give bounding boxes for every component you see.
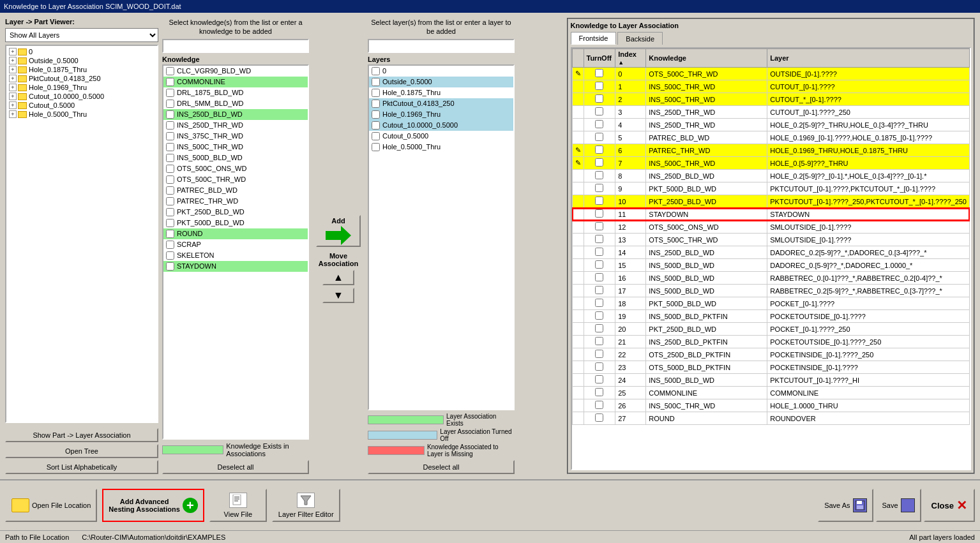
table-row[interactable]: ✎ 6 PATREC_THR_WD HOLE_0.1969_THRU,HOLE_… <box>572 144 970 157</box>
tree-item[interactable]: + Hole_0.1875_Thru <box>8 65 156 74</box>
turnoff-cell[interactable] <box>584 208 615 221</box>
list-item[interactable]: ROUND <box>163 228 308 239</box>
layer-checkbox[interactable] <box>372 143 380 151</box>
table-row[interactable]: 26 INS_500C_THR_WD HOLE_1.0000_THRU <box>572 399 970 412</box>
turnoff-checkbox[interactable] <box>595 184 603 192</box>
turnoff-checkbox[interactable] <box>595 222 603 230</box>
table-row[interactable]: 22 OTS_250D_BLD_PKTFIN POCKETINSIDE_[0-1… <box>572 348 970 361</box>
turnoff-checkbox[interactable] <box>595 235 603 243</box>
turnoff-cell[interactable] <box>584 348 615 361</box>
turnoff-checkbox[interactable] <box>595 120 603 128</box>
turnoff-checkbox[interactable] <box>595 145 603 154</box>
turnoff-cell[interactable] <box>584 119 615 131</box>
knowledge-checkbox[interactable] <box>166 89 174 97</box>
save-btn[interactable]: Save <box>876 489 921 522</box>
layers-search-input[interactable] <box>368 39 515 53</box>
list-item[interactable]: PATREC_THR_WD <box>163 196 308 207</box>
list-item[interactable]: Outside_0.5000 <box>369 77 513 87</box>
save-as-btn[interactable]: Save As <box>818 489 873 522</box>
turnoff-checkbox[interactable] <box>595 209 603 218</box>
table-row[interactable]: 2 INS_500C_THR_WD CUTOUT_*_[0-1].???? <box>572 93 970 106</box>
knowledge-checkbox[interactable] <box>166 262 174 271</box>
turnoff-checkbox[interactable] <box>595 350 603 358</box>
knowledge-deselect-btn[interactable]: Deselect all <box>162 460 309 474</box>
turnoff-cell[interactable] <box>584 221 615 234</box>
list-item[interactable]: INS_375C_THR_WD <box>163 131 308 142</box>
table-row[interactable]: 5 PATREC_BLD_WD HOLE_0.1969_[0-1].????,H… <box>572 131 970 144</box>
turnoff-cell[interactable] <box>584 93 615 106</box>
turnoff-cell[interactable] <box>584 170 615 182</box>
layer-checkbox[interactable] <box>372 78 380 86</box>
turnoff-cell[interactable] <box>584 182 615 195</box>
table-row[interactable]: 8 INS_250D_BLD_WD HOLE_0.2[5-9]??_[0-1].… <box>572 170 970 182</box>
table-row[interactable]: 12 OTS_500C_ONS_WD SMLOUTSIDE_[0-1].???? <box>572 221 970 234</box>
list-item[interactable]: PKT_250D_BLD_WD <box>163 207 308 218</box>
tree-item[interactable]: + Hole_0.1969_Thru <box>8 83 156 92</box>
knowledge-checkbox[interactable] <box>166 208 174 216</box>
table-row[interactable]: 4 INS_250D_THR_WD HOLE_0.2[5-9]??_THRU,H… <box>572 119 970 131</box>
table-row[interactable]: 25 COMMONLINE COMMONLINE <box>572 387 970 399</box>
list-item[interactable]: Cutout_0.5000 <box>369 131 513 142</box>
open-file-location-btn[interactable]: Open File Location <box>5 489 97 522</box>
turnoff-checkbox[interactable] <box>595 69 603 77</box>
list-item[interactable]: OTS_500C_THR_WD <box>163 174 308 185</box>
list-item[interactable]: COMMONLINE <box>163 77 308 87</box>
turnoff-cell[interactable] <box>584 361 615 374</box>
tab-frontside[interactable]: Frontside <box>571 32 617 45</box>
table-row[interactable]: 10 PKT_250D_BLD_WD PKTCUTOUT_[0-1].????_… <box>572 195 970 208</box>
add-nesting-btn[interactable]: Add AdvancedNesting Associations + <box>102 489 204 522</box>
layer-checkbox[interactable] <box>372 100 380 108</box>
list-item[interactable]: Cutout_10.0000_0.5000 <box>369 120 513 131</box>
add-button[interactable]: Add <box>316 215 361 247</box>
knowledge-checkbox[interactable] <box>166 197 174 205</box>
knowledge-checkbox[interactable] <box>166 241 174 249</box>
turnoff-cell[interactable] <box>584 336 615 348</box>
turnoff-cell[interactable] <box>584 285 615 297</box>
list-item[interactable]: SKELETON <box>163 250 308 261</box>
knowledge-checkbox[interactable] <box>166 186 174 195</box>
knowledge-checkbox[interactable] <box>166 110 174 119</box>
list-item[interactable]: INS_500C_THR_WD <box>163 142 308 152</box>
knowledge-checkbox[interactable] <box>166 78 174 86</box>
table-row[interactable]: 17 INS_500D_BLD_WD RABBETREC_0.2[5-9]??_… <box>572 285 970 297</box>
table-row[interactable]: 14 INS_250D_BLD_WD DADOREC_0.2[5-9]??_*,… <box>572 246 970 259</box>
knowledge-checkbox[interactable] <box>166 132 174 140</box>
turnoff-checkbox[interactable] <box>595 413 603 422</box>
sort-list-btn[interactable]: Sort List Alphabetically <box>5 460 158 474</box>
list-item[interactable]: PktCutout_0.4183_250 <box>369 98 513 109</box>
turnoff-checkbox[interactable] <box>595 401 603 409</box>
turnoff-cell[interactable] <box>584 272 615 285</box>
knowledge-checkbox[interactable] <box>166 154 174 162</box>
knowledge-checkbox[interactable] <box>166 230 174 238</box>
close-btn[interactable]: Close ✕ <box>924 489 975 522</box>
turnoff-checkbox[interactable] <box>595 94 603 103</box>
table-row[interactable]: 19 INS_500D_BLD_PKTFIN POCKETOUTSIDE_[0-… <box>572 310 970 323</box>
list-item[interactable]: PKT_500D_BLD_WD <box>163 218 308 228</box>
layer-checkbox[interactable] <box>372 132 380 140</box>
layer-checkbox[interactable] <box>372 89 380 97</box>
knowledge-checkbox[interactable] <box>166 100 174 108</box>
table-row[interactable]: 27 ROUND ROUNDOVER <box>572 412 970 425</box>
turnoff-checkbox[interactable] <box>595 299 603 307</box>
turnoff-cell[interactable] <box>584 387 615 399</box>
tab-backside[interactable]: Backside <box>617 32 663 45</box>
list-item[interactable]: Hole_0.1875_Thru <box>369 87 513 98</box>
turnoff-checkbox[interactable] <box>595 197 603 205</box>
turnoff-checkbox[interactable] <box>595 362 603 371</box>
tree-item[interactable]: + Outside_0.5000 <box>8 56 156 65</box>
table-row[interactable]: 1 INS_500C_THR_WD CUTOUT_[0-1].???? <box>572 80 970 93</box>
knowledge-checkbox[interactable] <box>166 143 174 151</box>
turnoff-cell[interactable] <box>584 144 615 157</box>
turnoff-checkbox[interactable] <box>595 171 603 179</box>
table-row[interactable]: 23 OTS_500D_BLD_PKTFIN POCKETINSIDE_[0-1… <box>572 361 970 374</box>
table-row[interactable]: 18 PKT_500D_BLD_WD POCKET_[0-1].???? <box>572 297 970 310</box>
table-row[interactable]: 15 INS_500D_BLD_WD DADOREC_0.[5-9]??_*,D… <box>572 259 970 272</box>
turnoff-checkbox[interactable] <box>595 133 603 141</box>
turnoff-checkbox[interactable] <box>595 248 603 256</box>
list-item[interactable]: SCRAP <box>163 239 308 250</box>
table-row[interactable]: 9 PKT_500D_BLD_WD PKTCUTOUT_[0-1].????,P… <box>572 182 970 195</box>
list-item[interactable]: 0 <box>369 66 513 77</box>
table-row[interactable]: 3 INS_250D_THR_WD CUTOUT_[0-1].????_250 <box>572 106 970 119</box>
table-row[interactable]: 11 STAYDOWN STAYDOWN <box>572 208 970 221</box>
col-layer[interactable]: Layer <box>767 49 970 68</box>
